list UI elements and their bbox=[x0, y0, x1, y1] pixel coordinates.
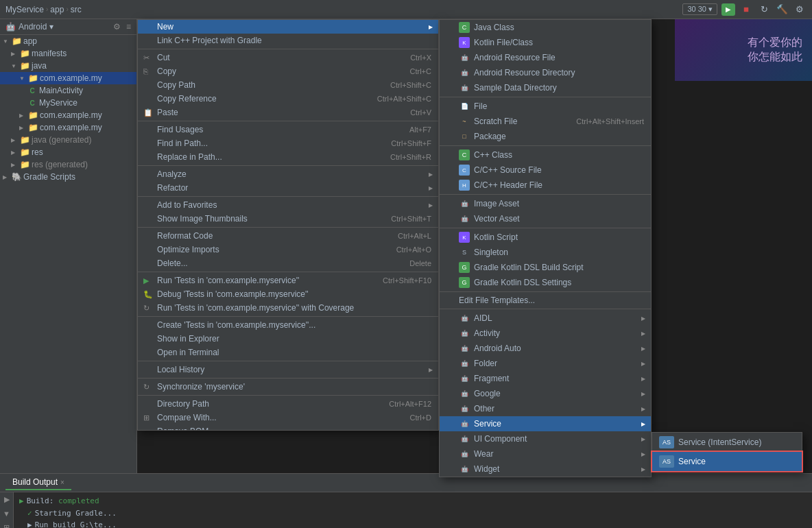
sub-aidl[interactable]: 🤖 AIDL bbox=[440, 311, 651, 326]
tree-java[interactable]: ▼ 📁 java bbox=[0, 60, 136, 72]
sub-widget[interactable]: 🤖 Widget bbox=[440, 461, 651, 477]
sub-java-class[interactable]: C Java Class bbox=[440, 20, 651, 35]
ctx-optimize[interactable]: Optimize Imports Ctrl+Alt+O bbox=[138, 243, 438, 256]
sub-android-resource-file[interactable]: 🤖 Android Resource File bbox=[440, 50, 651, 65]
sub-cpp-class[interactable]: C C++ Class bbox=[440, 147, 651, 163]
ctx-divider3 bbox=[138, 165, 438, 166]
sub-file[interactable]: 📄 File bbox=[440, 99, 651, 114]
tree-package[interactable]: ▼ 📁 com.example.my bbox=[0, 72, 136, 84]
sub-service[interactable]: 🤖 Service bbox=[440, 416, 651, 431]
tree-package3[interactable]: ▶ 📁 com.example.my bbox=[0, 121, 136, 134]
tree-arrow-manifests: ▶ bbox=[11, 51, 18, 57]
sub-android-auto[interactable]: 🤖 Android Auto bbox=[440, 341, 651, 356]
sub-image-asset[interactable]: 🤖 Image Asset bbox=[440, 196, 651, 211]
sub-fragment[interactable]: 🤖 Fragment bbox=[440, 371, 651, 386]
tree-app[interactable]: ▼ 📁 app bbox=[0, 35, 136, 47]
tree-java-gen[interactable]: ▶ 📁 java (generated) bbox=[0, 134, 136, 146]
ctx-reformat[interactable]: Reformat Code Ctrl+Alt+L bbox=[138, 229, 438, 243]
ctx-run-coverage[interactable]: ↻ Run 'Tests in 'com.example.myservice''… bbox=[138, 301, 438, 315]
ctx-divider4 bbox=[138, 196, 438, 197]
ctx-copy-ref[interactable]: Copy Reference Ctrl+Alt+Shift+C bbox=[138, 92, 438, 106]
sub-ui-component[interactable]: 🤖 UI Component bbox=[440, 431, 651, 446]
service-plain[interactable]: AS Service bbox=[652, 452, 802, 471]
ctx-analyze[interactable]: Analyze bbox=[138, 167, 438, 181]
tree-manifests[interactable]: ▶ 📁 manifests bbox=[0, 47, 136, 60]
sub-vector-asset[interactable]: 🤖 Vector Asset bbox=[440, 211, 651, 226]
ctx-run-tests[interactable]: ▶ Run 'Tests in 'com.example.myservice''… bbox=[138, 274, 438, 287]
sub-cpp-source[interactable]: C C/C++ Source File bbox=[440, 163, 651, 178]
sub-other[interactable]: 🤖 Other bbox=[440, 401, 651, 416]
ctx-image-thumb[interactable]: Show Image Thumbnails Ctrl+Shift+T bbox=[138, 212, 438, 226]
build-line3-text: Run build G:\te... bbox=[35, 519, 117, 528]
sub-scratch-file[interactable]: ~ Scratch File Ctrl+Alt+Shift+Insert bbox=[440, 114, 651, 129]
ctx-paste[interactable]: 📋 Paste Ctrl+V bbox=[138, 106, 438, 119]
breadcrumb-app[interactable]: app bbox=[50, 5, 64, 14]
ctx-open-terminal[interactable]: Open in Terminal bbox=[138, 346, 438, 359]
tree-mainactivity[interactable]: C MainActivity bbox=[0, 84, 136, 97]
settings-button[interactable]: ⚙ bbox=[793, 3, 807, 16]
sidebar-settings-icon[interactable]: ⚙ bbox=[113, 22, 121, 32]
tree-res[interactable]: ▶ 📁 res bbox=[0, 146, 136, 158]
ctx-debug-tests[interactable]: 🐛 Debug 'Tests in 'com.example.myservice… bbox=[138, 287, 438, 301]
run-button[interactable]: ▶ bbox=[721, 3, 735, 16]
sub-service-label: Service bbox=[474, 419, 501, 429]
strip-down-icon[interactable]: ▼ bbox=[3, 509, 10, 518]
tree-package2[interactable]: ▶ 📁 com.example.my bbox=[0, 109, 136, 121]
service-intentservice[interactable]: AS Service (IntentService) bbox=[652, 433, 802, 452]
service-plain-label: Service bbox=[678, 457, 706, 466]
ctx-local-history[interactable]: Local History bbox=[138, 363, 438, 376]
tree-myservice[interactable]: C MyService bbox=[0, 97, 136, 109]
sub-singleton[interactable]: S Singleton bbox=[440, 245, 651, 260]
tree-mainactivity-label: MainActivity bbox=[39, 86, 83, 95]
ctx-show-explorer[interactable]: Show in Explorer bbox=[138, 332, 438, 346]
ctx-delete[interactable]: Delete... Delete bbox=[138, 256, 438, 270]
sub-folder[interactable]: 🤖 Folder bbox=[440, 356, 651, 371]
ctx-reformat-label: Reformat Code bbox=[157, 231, 213, 241]
tree-gradle[interactable]: ▶ 🐘 Gradle Scripts bbox=[0, 171, 136, 183]
ctx-create-tests-label: Create 'Tests in 'com.example.myservice'… bbox=[157, 320, 315, 330]
ctx-new[interactable]: New bbox=[138, 20, 438, 34]
tree-res-gen[interactable]: ▶ 📁 res (generated) bbox=[0, 158, 136, 171]
sub-gradle-build[interactable]: G Gradle Kotlin DSL Build Script bbox=[440, 260, 651, 275]
ctx-dir-path[interactable]: Directory Path Ctrl+Alt+F12 bbox=[138, 397, 438, 411]
ctx-link-cpp[interactable]: Link C++ Project with Gradle bbox=[138, 34, 438, 47]
ctx-remove-bom[interactable]: Remove BOM bbox=[138, 424, 438, 431]
sidebar-dropdown-label[interactable]: Android ▾ bbox=[19, 22, 53, 32]
ctx-replace-path[interactable]: Replace in Path... Ctrl+Shift+R bbox=[138, 150, 438, 164]
ctx-synchronize[interactable]: ↻ Synchronize 'myservice' bbox=[138, 380, 438, 394]
sub-android-resource-dir[interactable]: 🤖 Android Resource Directory bbox=[440, 65, 651, 80]
ctx-refactor[interactable]: Refactor bbox=[138, 181, 438, 195]
build-output-tab[interactable]: Build Output × bbox=[5, 475, 71, 490]
ctx-copy-label: Copy bbox=[157, 67, 176, 76]
build-button[interactable]: 🔨 bbox=[775, 3, 789, 16]
sub-kotlin-file[interactable]: K Kotlin File/Class bbox=[440, 35, 651, 50]
sidebar-collapse-icon[interactable]: ≡ bbox=[126, 22, 131, 32]
sub-wear[interactable]: 🤖 Wear bbox=[440, 446, 651, 461]
ctx-copy[interactable]: ⎘ Copy Ctrl+C bbox=[138, 64, 438, 78]
sample-data-icon: 🤖 bbox=[459, 82, 470, 93]
sub-activity[interactable]: 🤖 Activity bbox=[440, 326, 651, 341]
sync-button[interactable]: ↻ bbox=[757, 3, 771, 16]
ctx-favorites[interactable]: Add to Favorites bbox=[138, 198, 438, 212]
ctx-copy-path[interactable]: Copy Path Ctrl+Shift+C bbox=[138, 78, 438, 92]
ctx-find-path[interactable]: Find in Path... Ctrl+Shift+F bbox=[138, 136, 438, 150]
strip-expand-icon[interactable]: ⊞ bbox=[3, 523, 10, 528]
sub-edit-templates[interactable]: Edit File Templates... bbox=[440, 293, 651, 307]
sub-cpp-header[interactable]: H C/C++ Header File bbox=[440, 178, 651, 193]
ctx-find-usages[interactable]: Find Usages Alt+F7 bbox=[138, 123, 438, 136]
build-tab-close-icon[interactable]: × bbox=[60, 479, 64, 486]
breadcrumb-src[interactable]: src bbox=[71, 5, 82, 14]
sub-google[interactable]: 🤖 Google bbox=[440, 386, 651, 401]
sub-kotlin-script[interactable]: K Kotlin Script bbox=[440, 230, 651, 245]
run-icon: ▶ bbox=[726, 5, 731, 13]
sub-gradle-settings[interactable]: G Gradle Kotlin DSL Settings bbox=[440, 275, 651, 290]
ctx-compare[interactable]: ⊞ Compare With... Ctrl+D bbox=[138, 411, 438, 424]
ctx-cut[interactable]: ✂ Cut Ctrl+X bbox=[138, 51, 438, 64]
sub-package[interactable]: □ Package bbox=[440, 129, 651, 144]
strip-run-icon[interactable]: ▶ bbox=[4, 495, 10, 504]
ctx-create-tests[interactable]: Create 'Tests in 'com.example.myservice'… bbox=[138, 318, 438, 332]
stop-button[interactable]: ■ bbox=[739, 3, 753, 16]
build-arrow-icon: ▶ bbox=[19, 495, 24, 507]
breadcrumb-myservice[interactable]: MyService bbox=[5, 5, 44, 14]
sub-sample-data-dir[interactable]: 🤖 Sample Data Directory bbox=[440, 80, 651, 95]
